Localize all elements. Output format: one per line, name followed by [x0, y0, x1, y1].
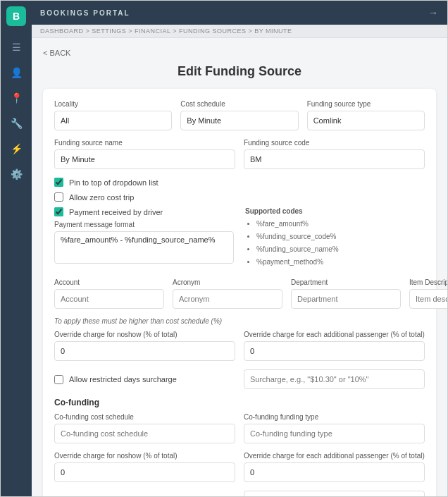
restricted-checkbox[interactable]: [54, 375, 63, 384]
group-department: Department: [291, 278, 401, 309]
apply-restricted-checkbox[interactable]: [54, 496, 63, 497]
cofunding-restricted-group: Apply restricted days surchar: [54, 496, 235, 497]
back-link[interactable]: < BACK: [43, 49, 70, 57]
group-override-passenger: Override charge for each additional pass…: [244, 331, 425, 361]
group-cofunding-type: Co-funding funding type: [244, 413, 425, 443]
payment-driver-label: Payment received by driver: [69, 208, 163, 216]
group-cofunding-cost: Co-funding cost schedule: [54, 413, 235, 443]
code-item-3: %funding_source_name%: [256, 243, 425, 256]
pin-checkbox-row: Pin to top of dropdown list: [54, 178, 425, 187]
override-noshow-input[interactable]: [54, 341, 235, 361]
surcharge-1-input[interactable]: [244, 369, 425, 389]
payment-driver-checkbox[interactable]: [54, 207, 63, 216]
funding-name-label: Funding source name: [54, 139, 235, 147]
sidebar-icon-tools[interactable]: 🔧: [6, 113, 26, 133]
group-override-noshow: Override charge for noshow (% of total): [54, 331, 235, 361]
row-restricted: Allow restricted days surcharge: [54, 369, 425, 389]
funding-type-label: Funding source type: [307, 100, 425, 108]
group-cofunding-passenger: Override charge for each additional pass…: [244, 452, 425, 482]
row-cofunding-restricted: Apply restricted days surchar: [54, 491, 425, 496]
breadcrumb: DASHBOARD > SETTINGS > FINANCIAL > FUNDI…: [32, 25, 447, 38]
cost-schedule-label: Cost schedule: [180, 100, 298, 108]
cofunding-passenger-label: Override charge for each additional pass…: [244, 452, 425, 460]
supported-codes-label: Supported codes: [245, 207, 425, 215]
group-item-desc: Item Description (TAHS code): [409, 278, 447, 309]
cofunding-cost-input[interactable]: [54, 424, 235, 443]
app-logo: B: [6, 6, 26, 26]
code-item-4: %payment_method%: [256, 256, 425, 269]
funding-code-label: Funding source code: [244, 139, 425, 147]
cofunding-passenger-input[interactable]: [244, 462, 425, 482]
main-area: BOOKINGS PORTAL → DASHBOARD > SETTINGS >…: [32, 1, 447, 496]
group-acronym: Acronym: [173, 278, 282, 309]
code-item-2: %funding_source_code%: [256, 231, 425, 243]
locality-input[interactable]: [54, 111, 172, 130]
sidebar-icon-users[interactable]: 👤: [6, 63, 26, 82]
row-override: Override charge for noshow (% of total) …: [54, 331, 425, 361]
group-surcharge-2: [244, 491, 425, 496]
cofunding-noshow-input[interactable]: [54, 462, 235, 482]
pin-checkbox[interactable]: [54, 178, 63, 187]
cofunding-type-input[interactable]: [244, 424, 425, 443]
override-passenger-input[interactable]: [244, 341, 425, 361]
group-cost-schedule: Cost schedule: [180, 100, 298, 130]
item-desc-label: Item Description (TAHS code): [409, 278, 447, 286]
payment-format-input[interactable]: %fare_amount% - %funding_source_name%: [54, 231, 234, 264]
override-passenger-label: Override charge for each additional pass…: [244, 331, 425, 338]
cofunding-type-label: Co-funding funding type: [244, 413, 425, 421]
group-funding-code: Funding source code: [244, 139, 425, 169]
group-surcharge-1: [244, 369, 425, 389]
form-card: Locality Cost schedule Funding source ty…: [43, 89, 436, 496]
locality-label: Locality: [54, 100, 172, 108]
cost-schedule-input[interactable]: [180, 111, 298, 130]
pin-label: Pin to top of dropdown list: [69, 178, 158, 187]
account-input[interactable]: [54, 289, 164, 309]
row-cofunding-override: Override charge for noshow (% of total) …: [54, 452, 425, 482]
group-payment-format: Payment message format %fare_amount% - %…: [54, 221, 234, 264]
group-locality: Locality: [54, 100, 172, 130]
top-bar: BOOKINGS PORTAL →: [32, 1, 447, 25]
cofunding-cost-label: Co-funding cost schedule: [54, 413, 235, 421]
funding-name-input[interactable]: [54, 149, 235, 169]
cofunding-noshow-label: Override charge for noshow (% of total): [54, 452, 235, 460]
surcharge-2-input[interactable]: [244, 491, 425, 496]
exit-icon[interactable]: →: [428, 7, 439, 18]
supported-codes-section: Supported codes %fare_amount% %funding_s…: [245, 207, 425, 269]
funding-type-input[interactable]: [307, 111, 425, 130]
row-account: Account Acronym Department Item Descript…: [54, 278, 425, 309]
group-cofunding-noshow: Override charge for noshow (% of total): [54, 452, 235, 482]
acronym-input[interactable]: [173, 289, 282, 309]
sidebar-icon-settings[interactable]: ⚙️: [6, 164, 26, 184]
department-input[interactable]: [291, 289, 401, 309]
app-title: BOOKINGS PORTAL: [40, 9, 130, 17]
payment-supported-row: Payment received by driver Payment messa…: [54, 207, 425, 271]
row-basic-info: Locality Cost schedule Funding source ty…: [54, 100, 425, 130]
zero-cost-checkbox[interactable]: [54, 192, 63, 202]
sidebar-menu-icon[interactable]: ☰: [6, 37, 26, 57]
item-desc-input[interactable]: [409, 289, 447, 309]
content-area: < BACK Edit Funding Source Locality Cost…: [32, 38, 447, 496]
sidebar: B ☰ 👤 📍 🔧 ⚡ ⚙️: [1, 1, 32, 496]
payment-col: Payment received by driver Payment messa…: [54, 207, 234, 271]
row-name-code: Funding source name Funding source code: [54, 139, 425, 169]
sidebar-icon-location[interactable]: 📍: [6, 88, 26, 108]
group-funding-type: Funding source type: [307, 100, 425, 130]
restricted-label: Allow restricted days surcharge: [69, 375, 177, 384]
group-funding-name: Funding source name: [54, 139, 235, 169]
acronym-label: Acronym: [173, 278, 282, 286]
page-title: Edit Funding Source: [43, 64, 436, 79]
sidebar-icon-bolt[interactable]: ⚡: [6, 139, 26, 159]
department-label: Department: [291, 278, 401, 286]
supported-codes-col: Supported codes %fare_amount% %funding_s…: [245, 207, 425, 271]
override-noshow-label: Override charge for noshow (% of total): [54, 331, 235, 338]
group-account: Account: [54, 278, 164, 309]
payment-driver-row: Payment received by driver: [54, 207, 234, 216]
restricted-checkbox-group: Allow restricted days surcharge: [54, 375, 235, 384]
row-cofunding-schedule: Co-funding cost schedule Co-funding fund…: [54, 413, 425, 443]
apply-note: To apply these must be higher than cost …: [54, 317, 425, 325]
code-item-1: %fare_amount%: [256, 218, 425, 231]
payment-format-label: Payment message format: [54, 221, 234, 228]
zero-checkbox-row: Allow zero cost trip: [54, 192, 425, 202]
account-label: Account: [54, 278, 164, 286]
funding-code-input[interactable]: [244, 149, 425, 169]
